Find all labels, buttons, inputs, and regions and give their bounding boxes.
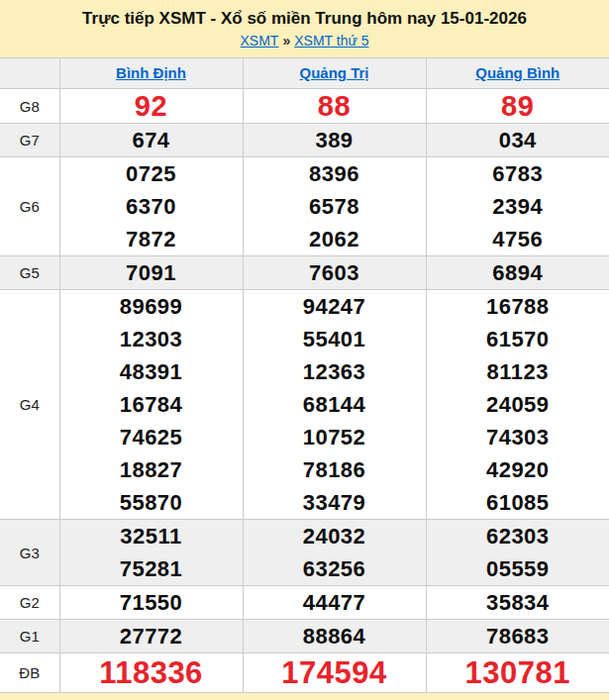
prize-cell: 89 — [426, 89, 609, 124]
prize-value: 35834 — [427, 586, 609, 619]
prize-value: 92 — [60, 89, 243, 123]
prize-value: 42920 — [427, 453, 609, 486]
prize-value: 24059 — [427, 388, 609, 421]
breadcrumb: XSMT»XSMT thứ 5 — [0, 32, 609, 50]
prize-cell: 71550 — [59, 586, 243, 620]
prize-cell: 130781 — [426, 653, 609, 693]
prize-cell: 6783 2394 4756 — [426, 157, 609, 256]
prize-value: 88 — [244, 89, 426, 123]
prize-value: 389 — [244, 124, 426, 156]
prize-row-g6: G6 0725 6370 7872 8396 6578 2062 6783 23… — [0, 157, 609, 256]
prize-value: 7091 — [60, 256, 243, 289]
column-header-quang-binh: Quảng Bình — [426, 58, 609, 89]
prize-cell: 88864 — [243, 620, 426, 653]
prize-value: 32511 — [60, 520, 243, 552]
prize-value: 44477 — [244, 586, 426, 619]
prize-cell: 674 — [59, 124, 243, 157]
prize-value: 81123 — [427, 355, 609, 388]
prize-value: 0725 — [60, 157, 243, 190]
prize-row-g2: G2 71550 44477 35834 — [0, 586, 609, 620]
prize-value: 130781 — [427, 653, 609, 692]
corner-cell — [0, 58, 59, 89]
prize-cell: 94247 55401 12363 68144 10752 78186 3347… — [243, 290, 426, 520]
prize-value: 89699 — [60, 290, 243, 323]
prize-row-g1: G1 27772 88864 78683 — [0, 620, 609, 653]
prize-cell: 27772 — [59, 620, 243, 653]
prize-value: 71550 — [60, 586, 243, 619]
prize-value: 55870 — [60, 486, 243, 519]
column-header-binh-dinh: Bình Định — [59, 58, 243, 89]
prize-value: 6370 — [60, 190, 243, 223]
prize-row-g5: G5 7091 7603 6894 — [0, 256, 609, 290]
province-link-quang-binh[interactable]: Quảng Bình — [475, 64, 559, 81]
prize-row-g7: G7 674 389 034 — [0, 124, 609, 157]
prize-cell: 44477 — [243, 586, 426, 620]
prize-value: 8396 — [244, 157, 426, 190]
breadcrumb-link-xsmt[interactable]: XSMT — [241, 33, 279, 49]
province-link-binh-dinh[interactable]: Bình Định — [116, 64, 186, 81]
prize-value: 16784 — [60, 388, 243, 421]
prize-value: 674 — [60, 124, 243, 156]
prize-value: 61085 — [427, 486, 609, 519]
prize-cell: 118336 — [59, 653, 243, 693]
prize-value: 74303 — [427, 421, 609, 453]
row-label-g5: G5 — [0, 256, 59, 290]
prize-value: 27772 — [60, 620, 243, 652]
province-link-quang-tri[interactable]: Quảng Trị — [299, 64, 368, 81]
row-label-g4: G4 — [0, 290, 59, 520]
prize-cell: 174594 — [243, 653, 426, 693]
prize-value: 78186 — [244, 453, 426, 486]
prize-cell: 034 — [426, 124, 609, 157]
row-label-g2: G2 — [0, 586, 59, 620]
prize-row-g4: G4 89699 12303 48391 16784 74625 18827 5… — [0, 290, 609, 520]
prize-value: 89 — [427, 89, 609, 123]
prize-value: 68144 — [244, 388, 426, 421]
prize-value: 94247 — [244, 290, 426, 323]
prize-value: 12303 — [60, 323, 243, 355]
prize-value: 18827 — [60, 453, 243, 486]
prize-cell: 24032 63256 — [243, 520, 426, 586]
prize-cell: 32511 75281 — [59, 520, 243, 586]
prize-value: 62303 — [427, 520, 609, 552]
breadcrumb-link-xsmt-thu5[interactable]: XSMT thứ 5 — [294, 33, 368, 49]
row-label-g1: G1 — [0, 620, 59, 653]
prize-cell: 6894 — [426, 256, 609, 290]
prize-row-db: ĐB 118336 174594 130781 — [0, 653, 609, 693]
prize-cell: 7603 — [243, 256, 426, 290]
prize-value: 63256 — [244, 552, 426, 585]
lottery-results-table: Bình Định Quảng Trị Quảng Bình G8 92 88 … — [0, 57, 609, 693]
prize-value: 16788 — [427, 290, 609, 323]
prize-cell: 35834 — [426, 586, 609, 620]
prize-cell: 8396 6578 2062 — [243, 157, 426, 256]
page-header: Trực tiếp XSMT - Xổ số miền Trung hôm na… — [0, 0, 609, 50]
row-label-g8: G8 — [0, 89, 59, 124]
prize-value: 6578 — [244, 190, 426, 223]
breadcrumb-separator: » — [282, 33, 290, 49]
prize-row-g3: G3 32511 75281 24032 63256 62303 05559 — [0, 520, 609, 586]
prize-row-g8: G8 92 88 89 — [0, 89, 609, 124]
prize-value: 61570 — [427, 323, 609, 355]
prize-cell: 16788 61570 81123 24059 74303 42920 6108… — [426, 290, 609, 520]
prize-value: 7872 — [60, 223, 243, 255]
row-label-db: ĐB — [0, 653, 59, 693]
prize-value: 24032 — [244, 520, 426, 552]
page-title: Trực tiếp XSMT - Xổ số miền Trung hôm na… — [0, 9, 609, 29]
prize-cell: 89699 12303 48391 16784 74625 18827 5587… — [59, 290, 243, 520]
prize-value: 12363 — [244, 355, 426, 388]
prize-value: 118336 — [60, 653, 243, 692]
prize-value: 174594 — [244, 653, 426, 692]
prize-cell: 88 — [243, 89, 426, 124]
prize-value: 2062 — [244, 223, 426, 255]
prize-value: 2394 — [427, 190, 609, 223]
prize-value: 55401 — [244, 323, 426, 355]
prize-value: 75281 — [60, 552, 243, 585]
prize-value: 78683 — [427, 620, 609, 652]
prize-value: 4756 — [427, 223, 609, 255]
prize-value: 48391 — [60, 355, 243, 388]
prize-value: 10752 — [244, 421, 426, 453]
prize-value: 05559 — [427, 552, 609, 585]
prize-value: 6894 — [427, 256, 609, 289]
prize-value: 33479 — [244, 486, 426, 519]
row-label-g3: G3 — [0, 520, 59, 586]
prize-cell: 92 — [59, 89, 243, 124]
